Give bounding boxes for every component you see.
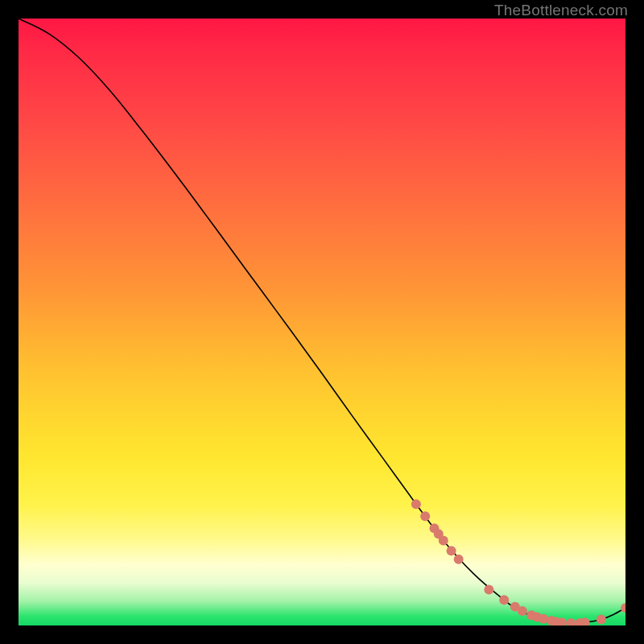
marker-point bbox=[439, 535, 448, 545]
marker-point bbox=[411, 499, 421, 509]
marker-point bbox=[420, 511, 430, 521]
marker-point bbox=[447, 546, 456, 555]
chart-stage: TheBottleneck.com bbox=[0, 0, 644, 644]
marker-point bbox=[454, 555, 464, 564]
bottleneck-curve bbox=[19, 19, 625, 623]
plot-area bbox=[19, 19, 625, 625]
marker-group bbox=[411, 499, 625, 625]
marker-point bbox=[484, 585, 493, 595]
marker-point bbox=[499, 595, 509, 605]
marker-point bbox=[597, 614, 606, 624]
chart-svg bbox=[19, 19, 625, 625]
watermark-text: TheBottleneck.com bbox=[494, 2, 628, 19]
marker-point bbox=[621, 603, 625, 613]
marker-point bbox=[518, 606, 527, 616]
marker-point bbox=[566, 618, 576, 625]
